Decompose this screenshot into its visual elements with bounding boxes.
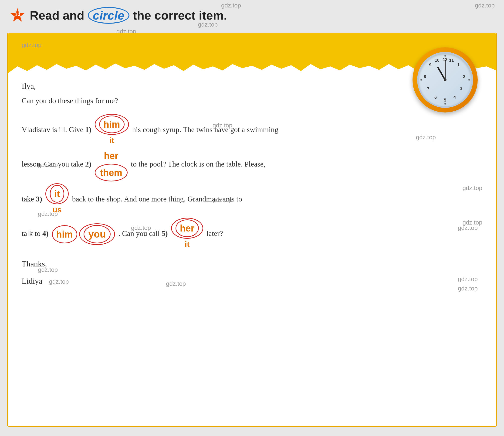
letter-content: gdz.top Ilya, Can you do these things fo… bbox=[22, 73, 482, 412]
wm-mid-4: gdz.top bbox=[38, 210, 58, 218]
wm-mid-2: gdz.top bbox=[38, 161, 58, 169]
word-choice-1: him it bbox=[95, 114, 129, 146]
wm-box-1: gdz.top bbox=[22, 40, 41, 50]
wm-mid-5: gdz.top bbox=[458, 224, 478, 232]
num-3: 3) bbox=[36, 195, 42, 203]
circle-word: circle bbox=[88, 7, 130, 24]
wm-s3: gdz.top bbox=[463, 183, 482, 193]
word-choice-4: him you bbox=[52, 223, 115, 245]
word-them-circled: them bbox=[95, 164, 128, 182]
sentence-5-text-after: later? bbox=[207, 229, 223, 237]
sentence-1-text-before: Vladistav is ill. Give 1) bbox=[22, 125, 91, 134]
sentence-2-text-after: to the pool? The clock is on the table. … bbox=[131, 160, 265, 168]
letter-closing: Thanks, Lidiya gdz.top bbox=[22, 258, 482, 288]
wm-bot-2: gdz.top bbox=[458, 275, 478, 283]
sentence-4-5: talk to 4) him you . Can you call 5) her… bbox=[22, 218, 482, 250]
word-her-circled: her bbox=[171, 218, 203, 239]
wm-mid-6: gdz.top bbox=[131, 224, 151, 232]
word-you-circled: you bbox=[79, 223, 115, 245]
word-choice-2: her them bbox=[95, 148, 128, 182]
main-content-box: 12 1 2 3 4 5 6 7 8 9 10 11 bbox=[7, 33, 497, 427]
sentence-4-text-before: talk to 4) bbox=[22, 229, 49, 237]
wm-s1: gdz.top bbox=[416, 133, 436, 142]
num-5: 5) bbox=[162, 229, 168, 237]
wm-bot-3: gdz.top bbox=[458, 285, 478, 292]
letter-salutation: Ilya, bbox=[22, 80, 482, 92]
exercise-title: Read and circle the correct item. bbox=[30, 7, 227, 24]
wm-mid-1: gdz.top bbox=[213, 122, 232, 129]
num-2: 2) bbox=[85, 160, 91, 168]
letter-greeting: Can you do these things for me? bbox=[22, 95, 482, 107]
word-choice-5: her it bbox=[171, 218, 203, 250]
wm-bot-1: gdz.top bbox=[38, 266, 58, 273]
num-1: 1) bbox=[85, 125, 91, 134]
num-4: 4) bbox=[42, 229, 49, 237]
thanks-text: Thanks, bbox=[22, 258, 482, 270]
word-it-5: it bbox=[171, 238, 203, 250]
word-him-2: him bbox=[52, 225, 77, 243]
sentence-2: lesson. Can you take 2) her them to the … bbox=[22, 148, 482, 182]
watermark-2: gdz.top bbox=[475, 2, 495, 9]
word-it-circled: it bbox=[45, 183, 69, 204]
word-her-1: her bbox=[95, 148, 128, 163]
wm-bot-4: gdz.top bbox=[166, 280, 186, 287]
sentence-1-text-after: his cough syrup. The twins have got a sw… bbox=[132, 125, 279, 134]
clock-center-dot bbox=[444, 79, 447, 81]
sentence-3-text-before: take 3) bbox=[22, 195, 42, 203]
wm-mid-3: gdz.top bbox=[213, 196, 232, 204]
star-badge: 10 bbox=[9, 7, 26, 24]
wm-sig: gdz.top bbox=[49, 278, 69, 285]
exercise-header: 10 Read and circle the correct item. bbox=[9, 7, 227, 24]
signature: Lidiya gdz.top bbox=[22, 275, 482, 287]
sentence-1: gdz.top Vladistav is ill. Give 1) him it… bbox=[22, 114, 482, 146]
signature-name: Lidiya bbox=[22, 277, 42, 285]
sentence-3: take 3) it us back to the shop. And one … bbox=[22, 183, 482, 216]
word-it-1: it bbox=[95, 134, 129, 146]
svg-text:10: 10 bbox=[15, 11, 20, 17]
word-him-circled: him bbox=[95, 114, 129, 135]
